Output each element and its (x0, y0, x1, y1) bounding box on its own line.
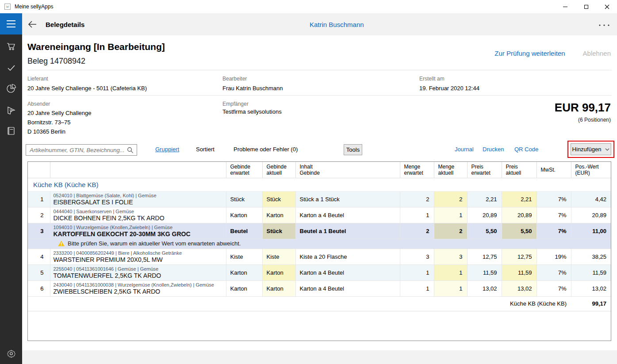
column-header: Menge erwartet (400, 162, 434, 178)
menge-aktuell-cell[interactable]: 3 (434, 249, 467, 264)
column-header: Gebinde aktuell (262, 162, 295, 178)
column-header: Menge aktuell (434, 162, 467, 178)
user-name[interactable]: Katrin Buschmann (310, 21, 364, 28)
table-row[interactable]: 62430040 | 05411361000038 | Wurzelgemüse… (28, 280, 611, 296)
document-title: Wareneingang [In Bearbeitung] (27, 42, 165, 52)
main-content: Wareneingang [In Bearbeitung] Beleg 1470… (22, 35, 617, 364)
journal-link[interactable]: Journal (455, 146, 474, 153)
column-header: MwSt. (537, 162, 571, 178)
pie-chart-icon[interactable] (0, 84, 22, 94)
maximize-button[interactable] (576, 0, 596, 13)
add-button[interactable]: Hinzufügen (571, 143, 611, 155)
search-input[interactable] (26, 145, 137, 155)
menge-aktuell-cell[interactable]: 1 (434, 280, 467, 296)
inhalt-gebinde-cell: Karton a 4 Beutel (295, 207, 400, 223)
inhalt-gebinde-cell: Karton a 4 Beutel (295, 264, 400, 280)
menge-aktuell-cell[interactable]: 1 (434, 264, 467, 280)
column-header: Pos.-Wert (EUR) (571, 162, 611, 178)
gebinde-aktuell-cell[interactable]: Stück (262, 191, 295, 207)
table-row[interactable]: 20444040 | Sauerkonserven | GemüseDICKE … (28, 207, 611, 223)
more-options-icon[interactable] (598, 24, 610, 27)
article-cell: 1094010 | Wurzelgemüse (Knollen,Zwiebeln… (50, 223, 226, 239)
gebinde-erwartet-cell: Karton (226, 280, 262, 296)
reject-link[interactable]: Ablehnen (583, 50, 611, 57)
check-icon[interactable] (0, 63, 22, 73)
table-row[interactable]: 31094010 | Wurzelgemüse (Knollen,Zwiebel… (28, 223, 611, 239)
preis-erwartet-cell: 12,75 (467, 249, 502, 264)
row-number: 3 (28, 223, 50, 239)
erstellt-label: Erstellt am (419, 76, 445, 82)
gebinde-aktuell-cell[interactable]: Karton (262, 280, 295, 296)
group-header: Küche KB (Küche KB) (28, 178, 611, 191)
gebinde-erwartet-cell: Beutel (226, 223, 262, 239)
menu-button[interactable] (0, 13, 22, 34)
column-header: Gebinde erwartet (226, 162, 262, 178)
sidebar (0, 13, 22, 364)
row-number: 6 (28, 280, 50, 296)
print-link[interactable]: Drucken (483, 146, 504, 153)
preis-aktuell-cell[interactable]: 13,02 (502, 280, 537, 296)
window-title: Meine sellyApps (15, 4, 53, 10)
preis-erwartet-cell: 5,50 (467, 223, 502, 239)
table-header: Gebinde erwartetGebinde aktuellInhalt Ge… (28, 162, 611, 178)
inhalt-gebinde-cell: Kiste a 20 Flasche (295, 249, 400, 264)
pos-wert-cell: 13,02 (571, 280, 611, 296)
qr-code-link[interactable]: QR Code (514, 146, 538, 153)
gebinde-erwartet-cell: Karton (226, 207, 262, 223)
menge-erwartet-cell: 1 (400, 264, 434, 280)
mwst-cell: 7% (537, 280, 571, 296)
inhalt-gebinde-cell: Beutel a 1 Beutel (295, 223, 400, 239)
preis-aktuell-cell[interactable]: 20,89 (502, 207, 537, 223)
search-box (26, 144, 137, 156)
book-icon[interactable] (0, 126, 22, 136)
forward-review-link[interactable]: Zur Prüfung weiterleiten (494, 50, 565, 57)
menge-aktuell-cell[interactable]: 2 (434, 191, 467, 207)
row-number: 5 (28, 264, 50, 280)
preis-aktuell-cell[interactable]: 5,50 (502, 223, 537, 239)
app-icon: w (4, 4, 11, 10)
preis-aktuell-cell[interactable]: 2,21 (502, 191, 537, 207)
menge-erwartet-cell: 2 (400, 191, 434, 207)
grouped-tab[interactable]: Gruppiert (155, 146, 179, 153)
empfaenger-value: Testfirma sellysolutions (222, 108, 282, 115)
gebinde-erwartet-cell: Kiste (226, 249, 262, 264)
preis-aktuell-cell[interactable]: 11,59 (502, 264, 537, 280)
tag-icon[interactable] (0, 105, 22, 115)
table-row[interactable]: 42333200 | 04000856202449 | Biere | Alko… (28, 249, 611, 264)
warning-row: Bitte prüfen Sie, warum ein aktueller We… (28, 239, 611, 249)
preis-aktuell-cell[interactable]: 12,75 (502, 249, 537, 264)
menge-erwartet-cell: 1 (400, 207, 434, 223)
pos-wert-cell: 11,59 (571, 264, 611, 280)
row-number: 4 (28, 249, 50, 264)
footer-group-label: Küche KB (Küche KB) (28, 296, 571, 311)
pos-wert-cell: 38,25 (571, 249, 611, 264)
minimize-button[interactable] (555, 0, 575, 13)
menge-erwartet-cell: 3 (400, 249, 434, 264)
cart-icon[interactable] (0, 41, 22, 52)
sorted-tab[interactable]: Sortiert (196, 146, 215, 153)
problems-tab[interactable]: Probleme oder Fehler (0) (234, 146, 298, 153)
lieferant-value: 20 Jahre Selly Challenge - 5011 (Cafeter… (27, 85, 147, 92)
column-header: Preis erwartet (467, 162, 502, 178)
page-title: Belegdetails (46, 21, 84, 28)
preis-erwartet-cell: 20,89 (467, 207, 502, 223)
preis-erwartet-cell: 11,59 (467, 264, 502, 280)
gebinde-aktuell-cell[interactable]: Stück (262, 223, 295, 239)
bearbeiter-label: Bearbeiter (222, 76, 247, 82)
table-row[interactable]: 52255040 | 05411361001646 | Gemüse | Gem… (28, 264, 611, 280)
gebinde-aktuell-cell[interactable]: Karton (262, 207, 295, 223)
absender-value: 20 Jahre Selly Challenge Bornitzstr. 73–… (27, 108, 92, 136)
bearbeiter-value: Frau Katrin Buschmann (222, 85, 283, 92)
table-row[interactable]: 10524010 | Blattgemüse (Salate, Kohl) | … (28, 191, 611, 207)
menge-aktuell-cell[interactable]: 2 (434, 223, 467, 239)
settings-gear-icon[interactable] (0, 349, 22, 358)
preis-erwartet-cell: 2,21 (467, 191, 502, 207)
column-header: Inhalt Gebinde (295, 162, 400, 178)
back-button[interactable] (27, 19, 37, 29)
menge-erwartet-cell: 2 (400, 223, 434, 239)
close-button[interactable] (597, 0, 617, 13)
tools-button[interactable]: Tools (344, 144, 362, 155)
gebinde-aktuell-cell[interactable]: Kiste (262, 249, 295, 264)
menge-aktuell-cell[interactable]: 1 (434, 207, 467, 223)
gebinde-aktuell-cell[interactable]: Karton (262, 264, 295, 280)
